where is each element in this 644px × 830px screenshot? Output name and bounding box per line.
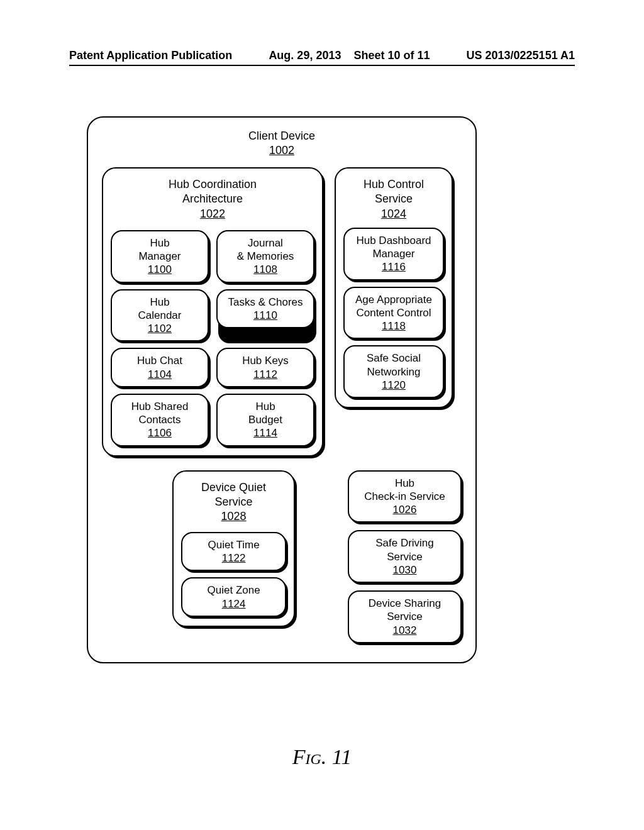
t: Manager <box>351 247 436 260</box>
hub-control-box: Hub Control Service 1024 Hub Dashboard M… <box>335 167 453 408</box>
quiet-items: Quiet Time 1122 Quiet Zone 1124 <box>181 532 286 617</box>
hub-chat-box: Hub Chat 1104 <box>111 348 209 387</box>
t: Hub <box>355 477 454 490</box>
hub-manager-box: Hub Manager 1100 <box>111 230 209 283</box>
t: Hub Keys <box>224 354 307 367</box>
t: & Memories <box>224 250 307 263</box>
client-device-container: Client Device 1002 Hub Coordination Arch… <box>87 116 477 663</box>
hub-calendar-box: Hub Calendar 1102 <box>111 289 209 342</box>
t: Quiet Zone <box>189 584 278 597</box>
t: Hub Chat <box>118 354 201 367</box>
t: 1112 <box>224 368 307 381</box>
t: Device Sharing <box>355 597 454 610</box>
t: Tasks & Chores <box>224 296 307 309</box>
hub-dashboard-box: Hub Dashboard Manager 1116 <box>343 228 444 280</box>
quiet-label2: Service <box>181 495 286 509</box>
t: Safe Social <box>351 351 436 365</box>
t: 1104 <box>118 368 201 381</box>
device-sharing-box: Device Sharing Service 1032 <box>348 590 462 643</box>
t: 1108 <box>224 263 307 276</box>
t: 1114 <box>224 426 307 440</box>
hub-shared-contacts-box: Hub Shared Contacts 1106 <box>111 394 209 446</box>
hub-coord-col: Hub Coordination Architecture 1022 Hub M… <box>102 167 323 456</box>
t: Manager <box>118 250 201 263</box>
t: Hub <box>118 236 201 250</box>
t: 1032 <box>355 624 454 637</box>
safe-driving-box: Safe Driving Service 1030 <box>348 530 462 583</box>
header-date: Aug. 29, 2013 <box>269 49 341 62</box>
header-center: Aug. 29, 2013 Sheet 10 of 11 <box>269 49 430 62</box>
t: Contacts <box>118 413 201 426</box>
hub-control-label: Hub Control Service <box>343 177 444 207</box>
t: Journal <box>224 236 307 250</box>
hub-coord-label2: Architecture <box>111 192 314 206</box>
quiet-time-box: Quiet Time 1122 <box>181 532 286 572</box>
t: Hub <box>224 400 307 413</box>
age-content-box: Age Appropriate Content Control 1118 <box>343 287 444 340</box>
t: Service <box>355 550 454 563</box>
t: Calendar <box>118 309 201 322</box>
quiet-ref: 1028 <box>181 509 286 524</box>
client-device-title: Client Device 1002 <box>102 129 462 158</box>
t: 1106 <box>118 426 201 440</box>
t: 1122 <box>189 551 278 565</box>
hub-coord-label1: Hub Coordination <box>111 177 314 192</box>
quiet-title: Device Quiet Service 1028 <box>181 480 286 524</box>
quiet-zone-box: Quiet Zone 1124 <box>181 577 286 617</box>
quiet-col: Device Quiet Service 1028 Quiet Time 112… <box>172 470 294 627</box>
header-pubno: US 2013/0225151 A1 <box>467 49 575 62</box>
hub-control-ref: 1024 <box>343 207 444 221</box>
safe-social-box: Safe Social Networking 1120 <box>343 345 444 398</box>
right-services-col: Hub Check-in Service 1026 Safe Driving S… <box>348 470 462 643</box>
t: Quiet Time <box>189 538 278 551</box>
client-device-label: Client Device <box>102 129 462 143</box>
hub-control-title: Hub Control Service 1024 <box>343 177 444 221</box>
hub-coord-ref: 1022 <box>111 207 314 221</box>
hub-coord-title: Hub Coordination Architecture 1022 <box>111 177 314 221</box>
header-left: Patent Application Publication <box>69 49 232 62</box>
quiet-label1: Device Quiet <box>181 480 286 495</box>
t: Content Control <box>351 306 436 319</box>
header-sheet: Sheet 10 of 11 <box>353 49 430 62</box>
t: 1116 <box>351 260 436 274</box>
t: Hub <box>118 296 201 309</box>
t: Hub Shared <box>118 400 201 413</box>
figure-area: Client Device 1002 Hub Coordination Arch… <box>87 116 477 663</box>
page-header: Patent Application Publication Aug. 29, … <box>69 49 575 66</box>
tasks-chores-box: Tasks & Chores 1110 <box>216 289 314 342</box>
t: Safe Driving <box>355 536 454 550</box>
hub-keys-box: Hub Keys 1112 <box>216 348 314 387</box>
hub-checkin-box: Hub Check-in Service 1026 <box>348 470 462 523</box>
t: 1030 <box>355 563 454 577</box>
hub-control-items: Hub Dashboard Manager 1116 Age Appropria… <box>343 228 444 398</box>
t: 1110 <box>224 309 307 322</box>
hub-control-col: Hub Control Service 1024 Hub Dashboard M… <box>335 167 453 408</box>
t: 1124 <box>189 597 278 611</box>
t: Hub Dashboard <box>351 234 436 247</box>
t: Networking <box>351 365 436 379</box>
lower-section: Device Quiet Service 1028 Quiet Time 112… <box>102 470 462 643</box>
upper-row: Hub Coordination Architecture 1022 Hub M… <box>102 167 462 456</box>
figure-caption: Fig. 11 <box>0 745 644 769</box>
page: Patent Application Publication Aug. 29, … <box>0 0 644 830</box>
client-device-ref: 1002 <box>102 143 462 158</box>
figure-caption-text: Fig. 11 <box>292 745 352 768</box>
t: 1118 <box>351 319 436 333</box>
journal-memories-box: Journal & Memories 1108 <box>216 230 314 283</box>
t: Age Appropriate <box>351 293 436 306</box>
hub-coord-grid: Hub Manager 1100 Journal & Me <box>111 230 314 446</box>
t: 1102 <box>118 322 201 335</box>
t: Budget <box>224 413 307 426</box>
t: Check-in Service <box>355 490 454 503</box>
t: 1026 <box>355 503 454 516</box>
t: 1100 <box>118 263 201 276</box>
t: 1120 <box>351 379 436 392</box>
t: Service <box>355 610 454 623</box>
hub-coord-box: Hub Coordination Architecture 1022 Hub M… <box>102 167 323 456</box>
device-quiet-box: Device Quiet Service 1028 Quiet Time 112… <box>172 470 294 627</box>
hub-budget-box: Hub Budget 1114 <box>216 394 314 446</box>
